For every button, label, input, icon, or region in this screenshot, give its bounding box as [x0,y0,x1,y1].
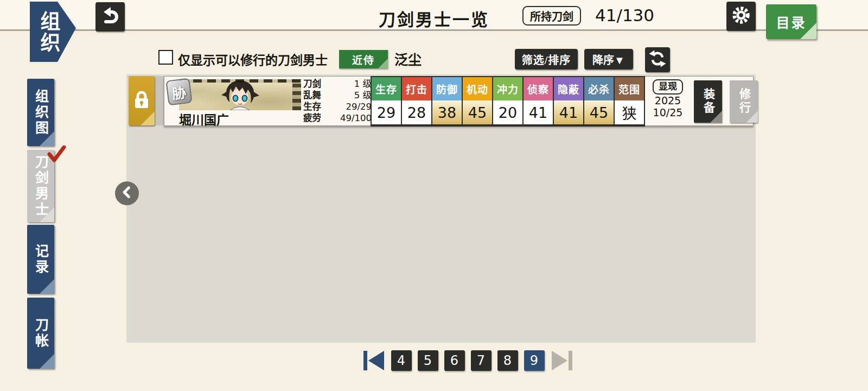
stat-value: 29 [372,100,401,124]
collapse-sidebar-button[interactable] [115,181,139,205]
equip-button[interactable]: 装备 [694,80,722,123]
lock-button[interactable] [129,76,155,125]
sidebar-item-label: 刀剑男士 [34,155,48,218]
stat-table: 生存 29 打击 28 防御 38 机动 45 冲力 20 [371,76,645,127]
sidebar-item-records[interactable]: 记录 [27,225,54,294]
stat-header: 防御 [432,77,462,100]
stat-column: 生存 29 [372,77,401,125]
pagination: 4 5 6 7 8 9 [34,350,868,371]
stat-column: 打击 28 [402,77,431,125]
info-label: 疲劳 [303,112,321,124]
equip-button-label: 装备 [703,88,714,115]
menu-button[interactable]: 目录 [766,4,816,39]
sidebar-item-label: 刀帐 [34,318,48,349]
manifest-badge: 显现 [653,79,683,94]
sword-class-badge: 胁 [165,78,192,105]
sidebar-item-sword-warriors[interactable]: 刀剑男士 [27,150,54,222]
owned-swords-badge: 所持刀剑 [522,6,581,26]
first-page-button[interactable] [362,350,385,371]
stat-value: 38 [432,100,462,124]
return-arrow-icon [99,5,121,29]
sidebar-item-label: 记录 [34,244,48,275]
stat-value: 41 [554,100,583,124]
settings-button[interactable] [726,2,756,31]
back-button[interactable] [95,2,125,31]
app-root: 组织 刀剑男士一览 所持刀剑 41/130 目录 仅显示可以修行的刀剑男士 近侍… [0,0,868,391]
stat-value: 狭 [615,100,644,124]
tab-fanchen[interactable]: 泛尘 [394,49,422,68]
organization-banner-label: 组织 [39,11,67,53]
info-value: 5 级 [354,90,372,101]
stat-value: 41 [524,100,553,124]
owned-swords-count: 41/130 [595,5,654,25]
sidebar-item-label: 组织图 [34,89,48,136]
manifest-year: 2025 [647,94,688,106]
stat-value: 45 [463,100,492,124]
info-value: 1 级 [354,78,372,90]
page-button[interactable]: 9 [524,350,545,371]
refresh-button[interactable] [645,47,670,72]
tab-kinji[interactable]: 近侍 [339,50,388,68]
stat-header: 必杀 [584,77,614,100]
stat-column: 冲力 20 [493,77,522,125]
page-button[interactable]: 6 [444,350,465,371]
character-portrait [179,79,301,110]
character-art [179,79,301,110]
page-button[interactable]: 4 [391,350,412,371]
manifest-date: 10/25 [647,106,688,118]
info-value: 29/29 [346,101,372,112]
card-edge-strip [155,76,164,125]
last-page-button[interactable] [551,350,573,371]
info-row: 刀剑 1 级 [303,78,372,90]
stat-column: 机动 45 [463,77,492,125]
stat-column: 防御 38 [432,77,462,125]
tab-kinji-label: 近侍 [352,52,375,67]
stat-header: 侦察 [524,77,553,100]
stat-header: 冲力 [493,77,522,100]
sort-order-button[interactable]: 降序▼ [584,49,633,70]
stat-column: 必杀 45 [584,77,614,125]
info-label: 刀剑 [303,78,321,90]
page-button[interactable]: 5 [418,350,438,371]
training-button: 修行 [730,80,758,123]
page-button[interactable]: 7 [471,350,492,371]
stat-header: 机动 [463,77,492,100]
last-page-arrow-icon [551,350,573,371]
filter-sort-button[interactable]: 筛选/排序 [515,49,578,70]
stat-value: 20 [493,100,522,124]
manifest-block: 显现 2025 10/25 [647,79,688,118]
training-filter-label: 仅显示可以修行的刀剑男士 [178,50,328,68]
stat-header: 打击 [402,77,431,100]
refresh-icon [648,49,667,71]
page-title: 刀剑男士一览 [379,6,489,30]
menu-button-label: 目录 [776,12,806,31]
sword-info-block: 刀剑 1 级 乱舞 5 级 生存 29/29 疲劳 49/100 [303,78,372,124]
stat-header: 生存 [372,77,401,100]
info-row: 乱舞 5 级 [303,90,372,101]
gear-icon [730,4,752,29]
stat-value: 45 [584,100,614,124]
stat-header: 范围 [615,77,644,100]
sidebar-item-organization-chart[interactable]: 组织图 [27,79,54,146]
stat-header: 隐蔽 [554,77,583,100]
stat-value: 28 [402,100,431,124]
sword-row[interactable]: 胁 堀川国广 刀剑 1 级 乱舞 5 级 生存 29/29 疲劳 49/100 [129,76,754,126]
training-filter-checkbox[interactable] [158,50,173,65]
info-label: 乱舞 [303,90,321,101]
padlock-icon [133,91,150,111]
stat-column: 隐蔽 41 [554,77,583,125]
info-row: 疲劳 49/100 [303,112,372,124]
stat-column: 侦察 41 [524,77,553,125]
chevron-left-icon [119,184,135,203]
training-button-label: 修行 [738,88,750,115]
info-value: 49/100 [340,112,372,124]
page-button[interactable]: 8 [497,350,518,371]
stat-column: 范围 狭 [615,77,644,125]
info-row: 生存 29/29 [303,101,372,112]
info-label: 生存 [303,101,321,112]
sword-name: 堀川国广 [179,110,229,128]
sword-card[interactable]: 胁 堀川国广 刀剑 1 级 乱舞 5 级 生存 29/29 疲劳 49/100 [164,76,754,126]
first-page-arrow-icon [362,350,385,371]
